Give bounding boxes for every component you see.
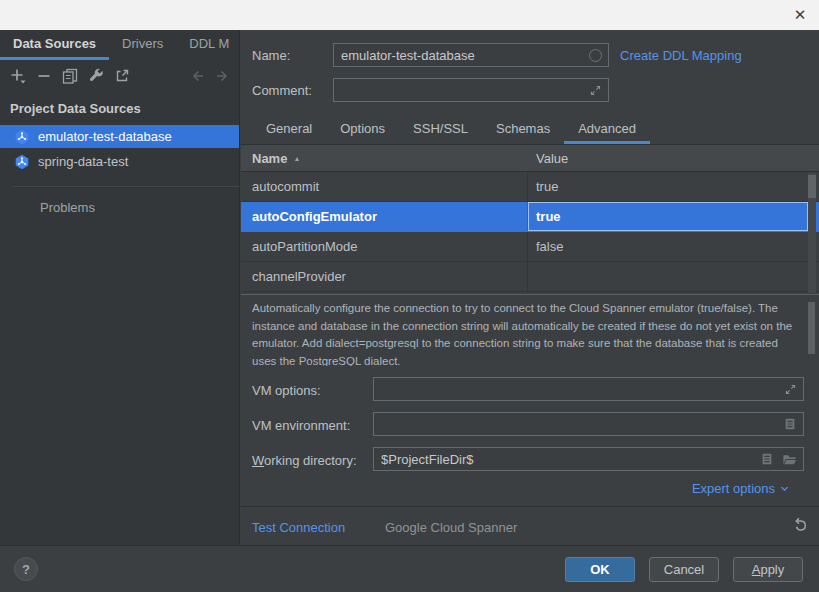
comment-input[interactable] (333, 78, 609, 102)
datasource-label: spring-data-test (38, 154, 128, 169)
project-data-sources-heading: Project Data Sources (10, 101, 141, 116)
add-icon[interactable] (10, 68, 26, 84)
forward-icon (215, 68, 231, 84)
expert-options-label: Expert options (692, 481, 775, 496)
working-directory-label: Working directory: (252, 453, 357, 468)
tab-advanced[interactable]: Advanced (564, 116, 650, 144)
table-bottom-border (241, 294, 819, 295)
label-rest: pply (760, 562, 784, 577)
expert-options-link[interactable]: Expert options (692, 481, 790, 496)
remove-icon[interactable] (36, 68, 52, 84)
property-value-cell[interactable] (528, 262, 808, 291)
property-description: Automatically configure the connection t… (252, 300, 804, 366)
help-button[interactable]: ? (14, 557, 38, 581)
sidebar-divider (12, 186, 239, 187)
tab-options[interactable]: Options (326, 116, 399, 144)
spanner-datasource-icon (14, 154, 30, 170)
sidebar-item-emulator-test-database[interactable]: emulator-test-database (0, 125, 239, 148)
table-row[interactable]: autocommit true (241, 172, 819, 202)
table-scrollbar[interactable] (808, 173, 816, 293)
apply-button[interactable]: Apply (733, 557, 803, 582)
tab-general[interactable]: General (252, 116, 326, 144)
datasource-label: emulator-test-database (38, 129, 172, 144)
property-name-cell[interactable]: autocommit (241, 172, 528, 201)
duplicate-icon[interactable] (62, 68, 78, 84)
vm-options-label: VM options: (252, 383, 321, 398)
property-name-cell[interactable]: autoPartitionMode (241, 232, 528, 261)
footer-bar: ? OK Cancel Apply (0, 545, 819, 592)
tab-ddl-mappings[interactable]: DDL M (176, 30, 242, 60)
sidebar-tab-strip: Data Sources Drivers DDL M (0, 30, 239, 60)
table-row-selected[interactable]: autoConfigEmulator true (241, 202, 819, 232)
settings-tab-strip: General Options SSH/SSL Schemas Advanced (252, 116, 650, 144)
sidebar-item-spring-data-test[interactable]: spring-data-test (0, 150, 239, 173)
column-name-label: Name (252, 151, 287, 166)
open-in-new-icon[interactable] (114, 68, 130, 84)
table-row[interactable]: autoPartitionMode false (241, 232, 819, 262)
ok-button[interactable]: OK (565, 557, 635, 582)
sidebar: Data Sources Drivers DDL M (0, 30, 240, 545)
properties-table: Name ▲ Value autocommit true autoConfigE… (241, 144, 819, 292)
table-row[interactable]: channelProvider (241, 262, 819, 292)
vm-environment-label: VM environment: (252, 418, 350, 433)
working-directory-input[interactable] (373, 447, 804, 471)
column-header-value[interactable]: Value (528, 151, 568, 166)
list-editor-icon[interactable] (782, 416, 798, 432)
name-input[interactable] (333, 43, 609, 67)
revert-icon[interactable] (792, 517, 810, 535)
spanner-datasource-icon (14, 129, 30, 145)
comment-label: Comment: (252, 83, 312, 98)
list-editor-icon[interactable] (759, 451, 775, 467)
description-scrollbar-thumb[interactable] (808, 302, 815, 354)
separator (241, 506, 819, 507)
sidebar-toolbar (10, 64, 231, 88)
scrollbar-thumb[interactable] (808, 175, 816, 198)
vm-options-input[interactable] (373, 377, 804, 401)
tab-data-sources[interactable]: Data Sources (0, 30, 109, 60)
name-label: Name: (252, 48, 290, 63)
property-name-cell[interactable]: autoConfigEmulator (241, 202, 528, 231)
test-connection-link[interactable]: Test Connection (252, 520, 345, 535)
tab-drivers[interactable]: Drivers (109, 30, 176, 60)
wrench-icon[interactable] (88, 68, 104, 84)
cancel-button[interactable]: Cancel (649, 557, 719, 582)
expand-icon[interactable] (587, 82, 603, 98)
folder-icon[interactable] (781, 451, 797, 467)
chevron-down-icon (779, 483, 790, 494)
property-value-cell[interactable]: false (528, 232, 808, 261)
expand-icon[interactable] (782, 381, 798, 397)
loading-ring-icon (587, 47, 603, 63)
tab-schemas[interactable]: Schemas (482, 116, 564, 144)
close-icon[interactable]: ✕ (790, 5, 810, 25)
table-header[interactable]: Name ▲ Value (241, 144, 819, 172)
sidebar-item-problems[interactable]: Problems (40, 200, 95, 215)
back-icon (189, 68, 205, 84)
driver-name: Google Cloud Spanner (385, 520, 517, 535)
property-name-cell[interactable]: channelProvider (241, 262, 528, 291)
tab-ssh-ssl[interactable]: SSH/SSL (399, 116, 482, 144)
data-sources-dialog: ✕ Data Sources Drivers DDL M (0, 0, 819, 592)
vm-environment-input[interactable] (373, 412, 804, 436)
create-ddl-mapping-link[interactable]: Create DDL Mapping (620, 48, 742, 63)
titlebar: ✕ (0, 0, 819, 30)
main-panel: Name: Create DDL Mapping Comment: Genera… (241, 30, 819, 545)
sort-ascending-icon: ▲ (293, 155, 300, 162)
property-value-cell[interactable]: true (528, 172, 808, 201)
mnemonic-letter: W (252, 453, 264, 468)
label-rest: orking directory: (264, 453, 356, 468)
property-value-cell[interactable]: true (528, 202, 808, 231)
column-header-name[interactable]: Name ▲ (241, 151, 528, 166)
